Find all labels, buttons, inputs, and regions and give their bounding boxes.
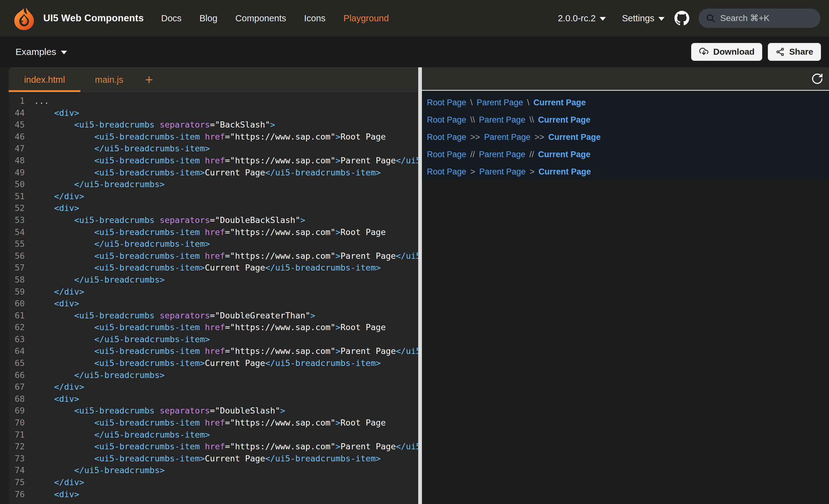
code-token-plain: Parent Page: [340, 156, 396, 165]
breadcrumb-current-page: Current Page: [534, 98, 586, 108]
line-content: <div>: [34, 202, 79, 214]
line-content: <ui5-breadcrumbs-item>Current Page</ui5-…: [34, 262, 381, 274]
download-button[interactable]: Download: [691, 43, 762, 61]
code-token-dim: ...: [34, 96, 49, 106]
breadcrumb-link[interactable]: Root Page: [427, 167, 466, 177]
settings-dropdown[interactable]: Settings: [622, 13, 664, 24]
new-tab-button[interactable]: +: [138, 68, 160, 92]
line-content: <ui5-breadcrumbs separators="DoubleGreat…: [34, 310, 315, 322]
code-token-tag: >: [335, 346, 340, 356]
line-content: </ui5-breadcrumbs>: [34, 464, 165, 476]
code-token-plain: ="https://www.sap.com": [225, 418, 336, 427]
navbar-right: 2.0.0-rc.2 Settings: [558, 9, 820, 28]
line-number: 74: [9, 464, 25, 476]
code-token-tag: <ui5-breadcrumbs-item>: [34, 454, 205, 463]
breadcrumb-separator: >>: [534, 132, 544, 142]
nav-link-blog[interactable]: Blog: [200, 13, 217, 24]
search-box[interactable]: [698, 9, 820, 28]
code-line: 58 </ui5-breadcrumbs>: [9, 274, 418, 286]
ui5-phoenix-logo-icon[interactable]: [11, 4, 37, 32]
code-token-plain: ="https://www.sap.com": [225, 132, 336, 142]
line-number: 1: [9, 95, 25, 107]
line-number: 61: [9, 310, 25, 322]
code-line: 63 </ui5-breadcrumbs-item>: [9, 334, 418, 346]
code-token-tag: </ui5-breadcrumbs-item>: [265, 454, 381, 463]
line-number: 46: [9, 131, 25, 143]
tab-main.js[interactable]: main.js: [80, 68, 138, 92]
settings-label: Settings: [622, 13, 654, 24]
code-line: 59 </div>: [9, 286, 418, 298]
code-token-tag: >: [280, 406, 285, 415]
line-number: 70: [9, 417, 25, 429]
breadcrumb-link[interactable]: Root Page: [427, 150, 466, 159]
line-number: 60: [9, 298, 25, 310]
preview-empty-area: [422, 180, 829, 504]
download-cloud-icon: [699, 47, 709, 57]
code-token-tag: >: [335, 418, 340, 427]
nav-link-icons[interactable]: Icons: [304, 13, 325, 24]
line-content: <div>: [34, 107, 79, 119]
breadcrumb-link[interactable]: Root Page: [427, 98, 466, 108]
code-token-plain: Parent Page: [340, 251, 396, 261]
code-token-tag: <ui5-breadcrumbs-item: [34, 132, 205, 142]
chevron-down-icon: [658, 17, 664, 21]
code-token-attr: href: [205, 251, 225, 261]
breadcrumb-link[interactable]: Parent Page: [477, 98, 523, 108]
search-icon: [706, 13, 716, 24]
breadcrumb-link[interactable]: Parent Page: [479, 150, 526, 159]
pane-resize-handle[interactable]: [418, 67, 422, 504]
code-token-attr: href: [205, 132, 225, 142]
code-token-tag: </ui5-breadcrumbs-item>: [396, 251, 418, 261]
breadcrumb-row: Root Page\\Parent Page\\Current Page: [427, 111, 829, 128]
refresh-icon[interactable]: [810, 72, 824, 85]
breadcrumb-current-page: Current Page: [538, 115, 591, 125]
breadcrumb-current-page: Current Page: [538, 150, 591, 159]
version-dropdown[interactable]: 2.0.0-rc.2: [558, 13, 606, 24]
code-token-tag: </ui5-breadcrumbs-item>: [34, 430, 210, 439]
line-content: </div>: [34, 476, 84, 489]
examples-dropdown[interactable]: Examples: [15, 47, 67, 57]
code-token-tag: <ui5-breadcrumbs: [34, 406, 159, 415]
line-number: 72: [9, 441, 25, 453]
line-number: 67: [9, 381, 25, 393]
code-line: 72 <ui5-breadcrumbs-item href="https://w…: [9, 441, 418, 453]
line-number: 69: [9, 405, 25, 417]
nav-link-playground[interactable]: Playground: [344, 13, 389, 24]
line-content: </ui5-breadcrumbs-item>: [34, 429, 210, 441]
line-content: </ui5-breadcrumbs-item>: [34, 334, 210, 346]
line-content: </div>: [34, 191, 84, 203]
breadcrumb-separator: >: [470, 167, 475, 177]
breadcrumb-row: Root Page//Parent Page//Current Page: [427, 146, 829, 163]
code-token-plain: Current Page: [205, 358, 265, 368]
code-area[interactable]: 1...44 <div>45 <ui5-breadcrumbs separato…: [9, 92, 418, 504]
nav-link-components[interactable]: Components: [235, 13, 286, 24]
code-token-tag: </div>: [34, 191, 84, 201]
line-number: 71: [9, 429, 25, 441]
line-content: <div>: [34, 298, 79, 310]
breadcrumb-link[interactable]: Root Page: [427, 132, 466, 142]
code-token-plain: ="https://www.sap.com": [225, 156, 336, 165]
breadcrumb-current-page: Current Page: [548, 132, 601, 142]
breadcrumb-link[interactable]: Parent Page: [479, 167, 526, 177]
line-number: 53: [9, 214, 25, 226]
line-content: <ui5-breadcrumbs-item>Current Page</ui5-…: [34, 167, 381, 179]
line-content: </ui5-breadcrumbs>: [34, 370, 165, 381]
share-nodes-icon: [776, 47, 785, 56]
code-token-plain: ="DoubleSlash": [210, 406, 280, 415]
breadcrumb-link[interactable]: Parent Page: [484, 132, 531, 142]
code-token-tag: </ui5-breadcrumbs>: [34, 275, 165, 284]
breadcrumb-link[interactable]: Root Page: [427, 115, 466, 125]
search-input[interactable]: [720, 13, 807, 23]
line-content: <ui5-breadcrumbs-item href="https://www.…: [34, 131, 386, 143]
nav-link-docs[interactable]: Docs: [161, 13, 181, 24]
github-icon[interactable]: [675, 11, 689, 26]
breadcrumb-separator: \: [527, 98, 530, 108]
code-token-plain: Current Page: [205, 168, 265, 177]
share-button[interactable]: Share: [768, 43, 821, 61]
breadcrumb-separator: \: [470, 98, 473, 108]
breadcrumb-link[interactable]: Parent Page: [479, 115, 526, 125]
line-number: 52: [9, 202, 25, 214]
code-line: 61 <ui5-breadcrumbs separators="DoubleGr…: [9, 310, 418, 322]
code-token-tag: </div>: [34, 477, 84, 487]
tab-index.html[interactable]: index.html: [9, 68, 80, 92]
